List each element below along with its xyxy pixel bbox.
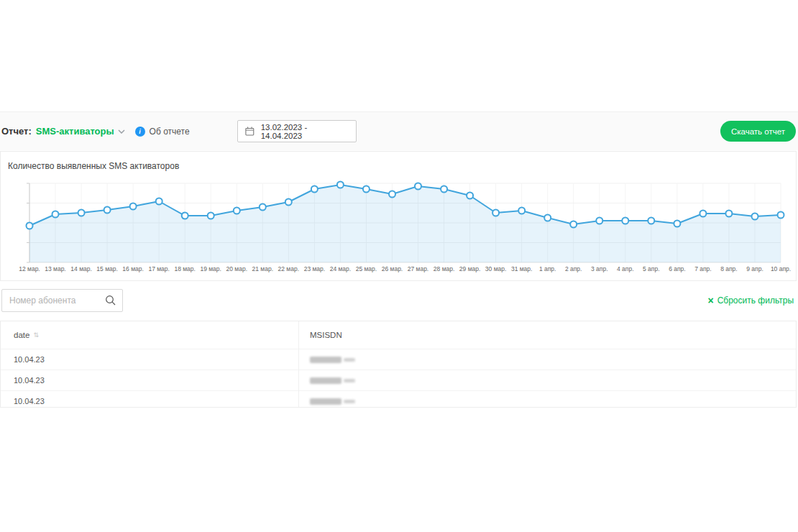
column-divider (298, 321, 299, 407)
svg-text:2 апр.: 2 апр. (565, 265, 582, 272)
svg-text:30 мар.: 30 мар. (485, 265, 506, 272)
results-table: date ⇅ MSISDN 10.04.23 10.04.23 10.04.23 (0, 321, 797, 408)
svg-text:22 мар.: 22 мар. (278, 265, 299, 272)
report-label: Отчет: (1, 126, 32, 137)
msisdn-redacted-value (310, 357, 355, 363)
column-header-date[interactable]: date ⇅ (1, 331, 298, 339)
svg-text:25 мар.: 25 мар. (356, 265, 377, 272)
svg-text:13 мар.: 13 мар. (45, 265, 65, 272)
svg-text:1 апр.: 1 апр. (539, 265, 556, 272)
svg-text:3 апр.: 3 апр. (591, 265, 608, 272)
reset-filters-label: Сбросить фильтры (717, 295, 794, 306)
svg-text:18 мар.: 18 мар. (174, 265, 195, 272)
svg-text:23 мар.: 23 мар. (304, 265, 325, 272)
table-row: 10.04.23 (1, 390, 796, 408)
svg-text:15 мар.: 15 мар. (96, 265, 117, 272)
svg-text:10 апр.: 10 апр. (771, 265, 791, 272)
table-row: 10.04.23 (1, 349, 796, 370)
date-cell: 10.04.23 (1, 397, 298, 405)
svg-text:21 мар.: 21 мар. (252, 265, 273, 272)
svg-text:27 мар.: 27 мар. (408, 265, 428, 272)
date-cell: 10.04.23 (1, 376, 298, 385)
msisdn-redacted-value (310, 398, 355, 405)
about-report-label: Об отчете (150, 127, 190, 137)
subscriber-search-box (1, 289, 123, 312)
msisdn-cell (298, 398, 355, 405)
report-type-value: SMS-активаторы (36, 126, 114, 137)
info-icon: i (135, 127, 145, 137)
svg-text:29 мар.: 29 мар. (459, 265, 480, 272)
date-cell: 10.04.23 (1, 355, 298, 364)
svg-text:7 апр.: 7 апр. (694, 265, 712, 272)
subscriber-number-input[interactable] (2, 295, 99, 306)
msisdn-redacted-value (310, 377, 355, 384)
table-header-row: date ⇅ MSISDN (1, 321, 796, 349)
date-range-value: 13.02.2023 - 14.04.2023 (261, 123, 349, 140)
chevron-down-icon (118, 129, 125, 134)
search-icon (105, 295, 116, 306)
report-type-dropdown[interactable]: SMS-активаторы (36, 126, 125, 137)
search-button[interactable] (99, 290, 122, 311)
svg-text:4 апр.: 4 апр. (617, 265, 634, 272)
svg-text:26 мар.: 26 мар. (382, 265, 403, 272)
svg-text:12 мар.: 12 мар. (19, 265, 40, 272)
chart-card: Количество выявленных SMS активаторов 12… (0, 151, 797, 281)
download-report-button[interactable]: Скачать отчет (720, 121, 796, 142)
date-range-picker[interactable]: 13.02.2023 - 14.04.2023 (237, 120, 357, 142)
svg-text:16 мар.: 16 мар. (122, 265, 143, 272)
svg-text:14 мар.: 14 мар. (70, 265, 91, 272)
reset-filters-link[interactable]: × Сбросить фильтры (707, 295, 794, 306)
sort-icon: ⇅ (33, 331, 39, 339)
svg-text:19 мар.: 19 мар. (200, 265, 221, 272)
close-icon: × (707, 295, 713, 306)
svg-text:31 мар.: 31 мар. (511, 265, 532, 272)
column-header-msisdn: MSISDN (298, 331, 342, 339)
svg-text:28 мар.: 28 мар. (434, 265, 454, 272)
svg-text:8 апр.: 8 апр. (720, 265, 738, 272)
about-report-link[interactable]: i Об отчете (135, 127, 190, 137)
report-toolbar: Отчет: SMS-активаторы i Об отчете 13.02.… (0, 111, 798, 150)
msisdn-cell (298, 377, 355, 384)
sms-activators-chart: 12 мар.13 мар.14 мар.15 мар.16 мар.17 ма… (1, 152, 796, 279)
svg-text:9 апр.: 9 апр. (746, 265, 763, 272)
calendar-icon (245, 127, 254, 136)
report-selector-group: Отчет: SMS-активаторы i Об отчете (1, 112, 190, 150)
msisdn-cell (298, 357, 355, 363)
date-column-label: date (14, 331, 29, 339)
svg-text:24 мар.: 24 мар. (330, 265, 351, 272)
svg-text:20 мар.: 20 мар. (226, 265, 247, 272)
table-row: 10.04.23 (1, 370, 796, 390)
svg-text:6 апр.: 6 апр. (669, 265, 686, 272)
svg-text:17 мар.: 17 мар. (148, 265, 169, 272)
svg-text:5 апр.: 5 апр. (643, 265, 660, 272)
